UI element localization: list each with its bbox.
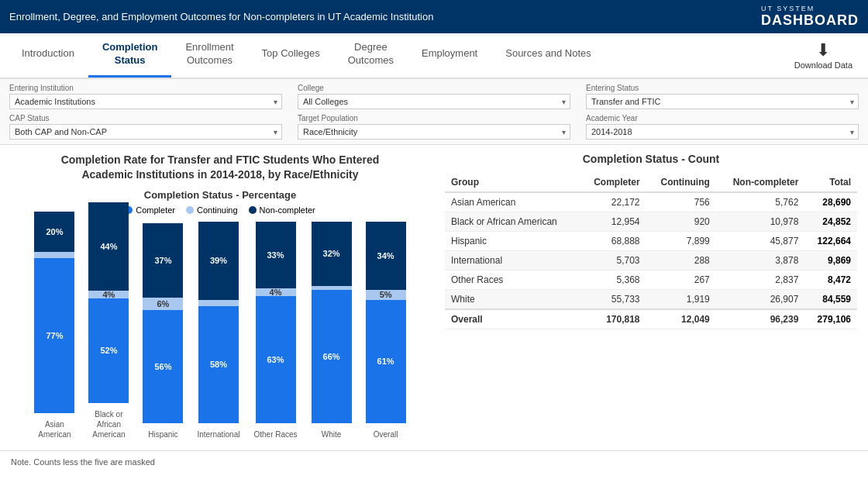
- bar-label: Hispanic: [148, 429, 177, 439]
- table-cell-noncompleter: 5,762: [716, 192, 805, 212]
- filter-entering-institution: Entering Institution Academic Institutio…: [9, 84, 282, 109]
- nav-sources-notes[interactable]: Sources and Notes: [491, 33, 605, 78]
- filter-select-wrap-college[interactable]: All Colleges: [298, 94, 570, 109]
- legend-completer: Completer: [125, 205, 175, 215]
- logo-sub: UT SYSTEM: [761, 5, 859, 12]
- bar-segment-completer: 66%: [312, 290, 352, 423]
- legend-label-completer: Completer: [136, 205, 175, 215]
- bar-segment-noncompleter: 32%: [312, 222, 352, 286]
- bar-group: 66%32%White: [312, 222, 352, 439]
- nav-top-colleges[interactable]: Top Colleges: [248, 33, 334, 78]
- table-row: Asian American22,1727565,76228,690: [445, 192, 857, 212]
- download-label: Download Data: [794, 60, 852, 70]
- nav-completion-status[interactable]: CompletionStatus: [88, 33, 172, 78]
- main-content: Completion Rate for Transfer and FTIC St…: [0, 145, 868, 447]
- filter-label-entering-institution: Entering Institution: [9, 84, 282, 92]
- table-row: Other Races5,3682672,8378,472: [445, 270, 857, 289]
- col-noncompleter: Non-completer: [716, 173, 805, 192]
- table-cell-noncompleter: 45,877: [716, 231, 805, 250]
- table-cell-continuing: 288: [646, 250, 716, 270]
- filter-label-academic-year: Academic Year: [586, 114, 859, 122]
- nav-enrollment-outcomes[interactable]: EnrollmentOutcomes: [171, 33, 247, 78]
- col-total: Total: [804, 173, 857, 192]
- header-bar: Enrollment, Degree, and Employment Outco…: [0, 0, 868, 33]
- filter-label-college: College: [298, 84, 570, 92]
- table-row: International5,7032883,8789,869: [445, 250, 857, 270]
- filter-select-wrap-entering-status[interactable]: Transfer and FTIC: [586, 94, 859, 109]
- bar-group: 56%6%37%Hispanic: [143, 222, 183, 439]
- table-cell-total: 8,472: [804, 270, 857, 289]
- bar-segment-completer: 56%: [143, 310, 183, 423]
- filter-select-cap-status[interactable]: Both CAP and Non-CAP: [9, 124, 282, 140]
- table-cell-group: Asian American: [445, 192, 580, 212]
- filter-academic-year: Academic Year 2014-2018: [586, 114, 859, 140]
- bar-label: White: [322, 429, 342, 439]
- nav-bar: Introduction CompletionStatus Enrollment…: [0, 33, 868, 79]
- col-completer: Completer: [580, 173, 646, 192]
- table-cell-continuing: 756: [646, 192, 716, 212]
- table-section-title: Completion Status - Count: [445, 153, 857, 165]
- table-cell-total: 279,106: [804, 309, 857, 329]
- table-cell-group: White: [445, 289, 580, 309]
- table-cell-continuing: 267: [646, 270, 716, 289]
- filter-select-college[interactable]: All Colleges: [298, 94, 570, 109]
- legend-label-noncompleter: Non-completer: [260, 205, 315, 215]
- table-cell-total: 28,690: [804, 192, 857, 212]
- table-cell-noncompleter: 3,878: [716, 250, 805, 270]
- bar-segment-continuing: 5%: [366, 290, 406, 300]
- table-cell-noncompleter: 10,978: [716, 212, 805, 231]
- filter-select-target-population[interactable]: Race/Ethnicity: [298, 124, 570, 140]
- table-cell-completer: 5,703: [580, 250, 646, 270]
- filter-select-entering-status[interactable]: Transfer and FTIC: [586, 94, 859, 109]
- filter-entering-status: Entering Status Transfer and FTIC: [586, 84, 859, 109]
- bar-group: 52%4%44%Black or African American: [88, 202, 129, 439]
- filter-select-wrap-academic-year[interactable]: 2014-2018: [586, 124, 859, 140]
- legend-continuing: Continuing: [186, 205, 238, 215]
- table-row: Overall170,81812,04996,239279,106: [445, 309, 857, 329]
- completion-count-table: Group Completer Continuing Non-completer…: [445, 173, 857, 329]
- table-cell-total: 9,869: [804, 250, 857, 270]
- filter-select-wrap-target-population[interactable]: Race/Ethnicity: [298, 124, 570, 140]
- nav-degree-outcomes[interactable]: DegreeOutcomes: [334, 33, 408, 78]
- bar-segment-continuing: 6%: [143, 298, 183, 310]
- header-title: Enrollment, Degree, and Employment Outco…: [9, 11, 433, 22]
- table-header-row: Group Completer Continuing Non-completer…: [445, 173, 857, 192]
- table-cell-group: Other Races: [445, 270, 580, 289]
- bar-segment-continuing: [34, 252, 74, 258]
- filter-label-entering-status: Entering Status: [586, 84, 859, 92]
- bar-label: Other Races: [253, 429, 297, 439]
- table-cell-continuing: 920: [646, 212, 716, 231]
- nav-introduction[interactable]: Introduction: [8, 33, 88, 78]
- filter-target-population: Target Population Race/Ethnicity: [298, 114, 570, 140]
- table-cell-group: Overall: [445, 309, 580, 329]
- filter-select-entering-institution[interactable]: Academic Institutions: [9, 94, 282, 109]
- table-row: Black or African American12,95492010,978…: [445, 212, 857, 231]
- filter-select-academic-year[interactable]: 2014-2018: [586, 124, 859, 140]
- bar-label: International: [197, 429, 239, 439]
- chart-main-title: Completion Rate for Transfer and FTIC St…: [11, 153, 429, 183]
- table-cell-continuing: 7,899: [646, 231, 716, 250]
- filter-select-wrap-entering-institution[interactable]: Academic Institutions: [9, 94, 282, 109]
- bar-segment-noncompleter: 39%: [198, 222, 239, 300]
- table-cell-continuing: 12,049: [646, 309, 716, 329]
- bar-group: 61%5%34%Overall: [366, 222, 406, 439]
- filter-label-target-population: Target Population: [298, 114, 570, 122]
- table-cell-completer: 5,368: [580, 270, 646, 289]
- chart-section-title: Completion Status - Percentage: [11, 189, 429, 201]
- filters-section: Entering Institution Academic Institutio…: [0, 79, 868, 145]
- nav-employment[interactable]: Employment: [408, 33, 491, 78]
- logo: UT SYSTEM DASHBOARD: [761, 5, 859, 29]
- bar-label: Black or African American: [92, 409, 125, 439]
- bar-label: Overall: [374, 429, 398, 439]
- filter-select-wrap-cap-status[interactable]: Both CAP and Non-CAP: [9, 124, 282, 140]
- bar-group: 63%4%33%Other Races: [253, 222, 297, 439]
- bar-segment-noncompleter: 33%: [256, 222, 296, 288]
- bar-segment-noncompleter: 20%: [34, 212, 74, 252]
- table-cell-completer: 68,888: [580, 231, 646, 250]
- legend-dot-continuing: [186, 206, 194, 214]
- download-icon: ⬇: [816, 40, 830, 60]
- filter-label-cap-status: CAP Status: [9, 114, 282, 122]
- download-button[interactable]: ⬇ Download Data: [787, 33, 860, 78]
- bar-segment-completer: 77%: [34, 258, 74, 413]
- table-cell-completer: 22,172: [580, 192, 646, 212]
